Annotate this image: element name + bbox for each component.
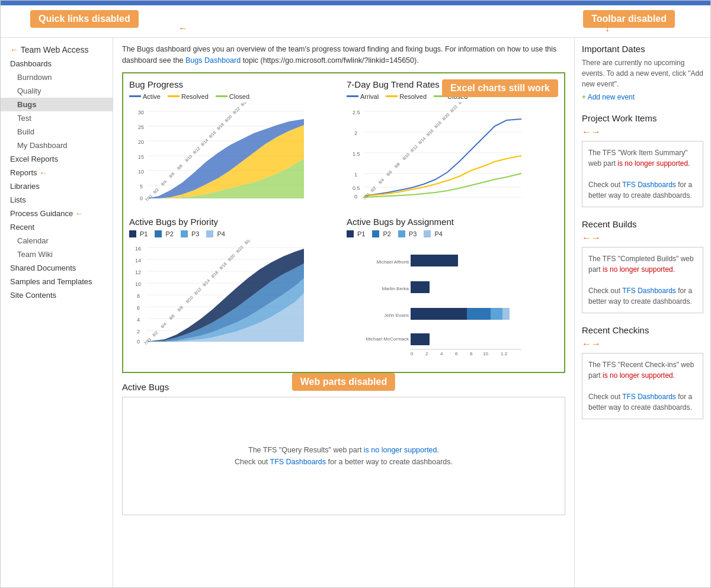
sidebar-item-samples-templates[interactable]: Samples and Templates — [1, 275, 113, 288]
sidebar-item-recent[interactable]: Recent — [1, 220, 113, 234]
query-not-supported-link[interactable]: is no longer supported. — [364, 446, 439, 454]
trend-resolved-dot — [386, 95, 398, 97]
svg-text:10: 10 — [483, 351, 488, 356]
sidebar-item-build[interactable]: Build — [1, 125, 113, 139]
svg-text:8/6: 8/6 — [386, 169, 393, 176]
svg-text:2: 2 — [137, 329, 140, 335]
svg-text:8/6: 8/6 — [168, 313, 175, 320]
checkins-text: The TFS "Recent Check-ins" web part is n… — [588, 359, 697, 381]
bugs-dashboard-link[interactable]: Bugs Dashboard — [185, 56, 241, 65]
svg-text:5: 5 — [140, 184, 143, 189]
tfs-dashboards-link-4[interactable]: TFS Dashboards — [622, 393, 676, 401]
priority-legend-p3: P3 — [181, 230, 199, 237]
description-text: The Bugs dashboard gives you an overview… — [122, 44, 565, 66]
sidebar-item-team-wiki[interactable]: Team Wiki — [1, 248, 113, 261]
svg-text:0: 0 — [140, 195, 143, 201]
sidebar-item-bugs[interactable]: Bugs — [1, 98, 113, 111]
recent-checkins-box: The TFS "Recent Check-ins" web part is n… — [582, 353, 703, 419]
tfs-dashboards-link-3[interactable]: TFS Dashboards — [622, 287, 676, 295]
sidebar-item-calendar[interactable]: Calendar — [1, 234, 113, 248]
svg-text:0: 0 — [354, 194, 357, 200]
trend-arrival-dot — [347, 95, 358, 97]
recent-builds-title: Recent Builds — [582, 219, 703, 229]
bug-progress-chart: Bug Progress Active Resolved — [129, 79, 341, 211]
svg-text:8: 8 — [137, 293, 140, 299]
svg-text:8/24: 8/24 — [240, 102, 249, 107]
sidebar-item-excel-reports[interactable]: Excel Reports — [1, 152, 113, 166]
bug-progress-svg: 30 25 20 15 10 5 0 — [129, 102, 307, 209]
svg-text:8/24: 8/24 — [457, 102, 466, 105]
sidebar-item-site-contents[interactable]: Site Contents — [1, 288, 113, 302]
assignment-svg: Michael Affronti Martin Berka John Evans… — [347, 240, 524, 358]
legend-resolved: Resolved — [168, 93, 209, 100]
legend-active-label: Active — [143, 93, 161, 100]
builds-check: Check out TFS Dashboards for a better wa… — [588, 285, 697, 307]
active-bugs-webpart: The TFS "Query Results" web part is no l… — [122, 397, 565, 515]
svg-text:1: 1 — [354, 172, 357, 178]
project-work-items-section: Project Work Items ←→ The TFS "Work Item… — [582, 113, 703, 207]
p4-color — [206, 230, 213, 237]
svg-text:2: 2 — [354, 130, 357, 136]
checkins-not-supported: is no longer supported. — [603, 371, 675, 380]
main-content: The Bugs dashboard gives you an overview… — [113, 38, 574, 587]
svg-text:8/2: 8/2 — [152, 187, 159, 194]
sidebar-item-quality[interactable]: Quality — [1, 84, 113, 98]
bar-evans-p2 — [467, 308, 491, 320]
sidebar-item-burndown[interactable]: Burndown — [1, 70, 113, 84]
quick-links-callout: Quick links disabled — [30, 10, 139, 28]
sidebar: ← Team Web Access Dashboards Burndown Qu… — [1, 38, 113, 587]
active-bugs-section: Active Bugs Web parts disabled The TFS "… — [122, 382, 565, 515]
sidebar-item-test[interactable]: Test — [1, 111, 113, 125]
recent-builds-section: Recent Builds ←→ The TFS "Completed Buil… — [582, 219, 703, 313]
svg-text:8/4: 8/4 — [378, 177, 385, 184]
priority-svg: 16 14 12 10 8 6 4 2 0 — [129, 240, 307, 358]
important-dates-title: Important Dates — [582, 44, 703, 54]
recent-checkins-arrow-row: ←→ — [582, 339, 703, 349]
recent-checkins-arrow: ←→ — [582, 339, 601, 349]
check-dashboards-text: Check out TFS Dashboards for a better wa… — [235, 456, 453, 468]
svg-text:8/22: 8/22 — [235, 245, 244, 253]
sidebar-item-shared-documents[interactable]: Shared Documents — [1, 261, 113, 275]
project-work-box: The TFS "Work Item Summary" web part is … — [582, 141, 703, 207]
add-event-button[interactable]: Add new event — [582, 93, 703, 101]
p3-color — [181, 230, 188, 237]
sidebar-item-reports[interactable]: Reports ← — [1, 166, 113, 179]
svg-text:30: 30 — [138, 110, 144, 115]
right-panel: Important Dates There are currently no u… — [574, 38, 710, 587]
work-item-check: Check out TFS Dashboards for a better wa… — [588, 179, 697, 201]
webparts-callout: Web parts disabled — [292, 373, 395, 391]
svg-text:20: 20 — [138, 139, 144, 145]
sidebar-item-lists[interactable]: Lists — [1, 193, 113, 207]
svg-text:15: 15 — [138, 154, 144, 160]
svg-text:8/16: 8/16 — [208, 130, 217, 139]
svg-text:8/10: 8/10 — [184, 153, 193, 162]
trend-rates-chart: 7-Day Bug Trend Rates Arrival Resolved — [347, 79, 558, 211]
recent-checkins-section: Recent Checkins ←→ The TFS "Recent Check… — [582, 325, 703, 419]
tfs-dashboards-link-2[interactable]: TFS Dashboards — [622, 181, 676, 189]
bar-evans-p1 — [411, 308, 467, 320]
svg-text:0: 0 — [137, 339, 140, 345]
sidebar-item-my-dashboard[interactable]: My Dashboard — [1, 139, 113, 152]
bug-progress-title: Bug Progress — [129, 79, 341, 89]
sidebar-item-team-web-access[interactable]: ← Team Web Access — [1, 43, 113, 57]
sidebar-item-libraries[interactable]: Libraries — [1, 179, 113, 193]
assign-legend-p4: P4 — [424, 230, 442, 237]
legend-closed: Closed — [216, 93, 249, 100]
svg-text:7/31: 7/31 — [362, 192, 371, 201]
svg-text:8/4: 8/4 — [160, 322, 167, 329]
recent-checkins-title: Recent Checkins — [582, 325, 703, 335]
svg-text:14: 14 — [135, 258, 141, 264]
svg-text:8/12: 8/12 — [409, 144, 418, 153]
assign-p2-color — [372, 230, 379, 237]
sidebar-item-dashboards[interactable]: Dashboards — [1, 57, 113, 70]
svg-text:8/2: 8/2 — [370, 185, 377, 192]
svg-text:6: 6 — [137, 305, 140, 311]
svg-text:8/20: 8/20 — [227, 253, 236, 262]
svg-text:Martin Berka: Martin Berka — [382, 286, 409, 291]
project-work-arrow-row: ←→ — [582, 127, 703, 137]
legend-closed-dot — [216, 95, 228, 97]
sidebar-item-process-guidance[interactable]: Process Guidance ← — [1, 207, 113, 220]
work-item-text: The TFS "Work Item Summary" web part is … — [588, 147, 697, 169]
tfs-dashboards-link-1[interactable]: TFS Dashboards — [270, 458, 326, 466]
svg-text:8/8: 8/8 — [393, 162, 401, 169]
